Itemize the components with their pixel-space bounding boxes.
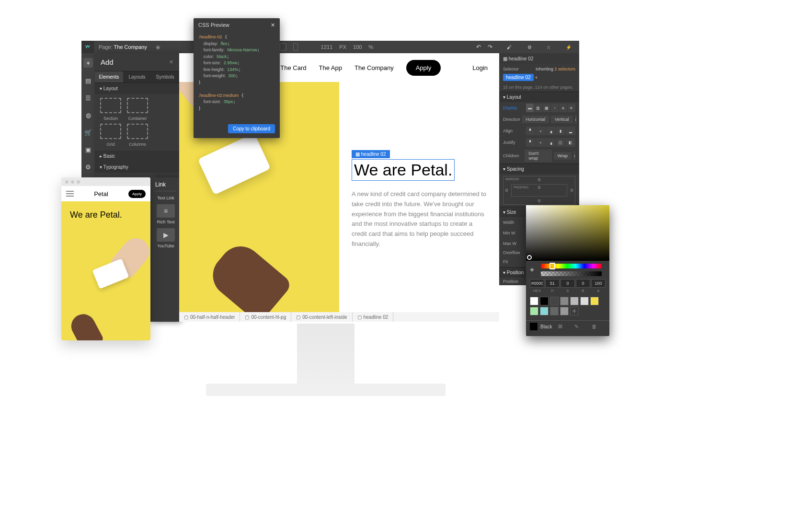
crumb[interactable]: ▢ 00-content-hl-pg	[240, 312, 291, 322]
swatch[interactable]	[540, 297, 549, 305]
close-icon[interactable]: ✕	[169, 59, 173, 65]
display-block-icon[interactable]: ▬	[526, 104, 534, 112]
display-none-icon[interactable]: ✕	[568, 104, 575, 112]
swatch[interactable]	[530, 297, 538, 305]
assets-icon[interactable]: ▣	[84, 145, 92, 154]
swatch[interactable]	[550, 297, 559, 305]
style-tab-icon[interactable]: 🖌	[507, 45, 512, 50]
login-link[interactable]: Login	[472, 64, 488, 71]
tab-symbols[interactable]: Symbols	[151, 71, 179, 82]
picker-handle-icon[interactable]	[527, 255, 532, 260]
add-swatch-icon[interactable]: +	[570, 307, 579, 315]
hamburger-icon[interactable]	[66, 191, 74, 197]
justify-end-icon[interactable]: ▗	[546, 138, 556, 147]
s-input[interactable]	[560, 279, 575, 288]
a-input[interactable]	[591, 279, 606, 288]
swatch[interactable]	[590, 297, 599, 305]
preview-icon[interactable]: ◉	[156, 44, 160, 50]
crumb[interactable]: ▢ 00-half-n-half-header	[179, 312, 240, 322]
align-start-icon[interactable]: ▘	[526, 127, 536, 135]
element-container[interactable]: Container	[126, 98, 149, 121]
justify-between-icon[interactable]: ◫	[556, 138, 565, 147]
nav-link[interactable]: The App	[319, 64, 342, 71]
element-grid[interactable]: Grid	[99, 124, 123, 147]
undo-icon[interactable]: ↶	[476, 44, 481, 50]
swatch[interactable]	[570, 297, 579, 305]
display-inline-block-icon[interactable]: ▫	[551, 104, 559, 112]
eyedropper-icon[interactable]: ⌖	[530, 266, 534, 274]
effects-tab-icon[interactable]: ⚡	[566, 45, 572, 50]
section-layout[interactable]: ▾ Layout	[499, 92, 579, 102]
swatch[interactable]	[580, 297, 589, 305]
section-layout[interactable]: ▾ Layout	[95, 83, 179, 94]
justify-start-icon[interactable]: ▘	[526, 138, 536, 147]
section-spacing[interactable]: ▾ Spacing	[499, 163, 579, 174]
webflow-logo-icon[interactable]	[81, 41, 94, 53]
redo-icon[interactable]: ↷	[488, 44, 492, 50]
children-nowrap[interactable]: Don't wrap	[525, 150, 551, 162]
viewport-tablet-icon[interactable]	[280, 43, 286, 51]
interactions-tab-icon[interactable]: ⎍	[547, 45, 550, 50]
children-reverse-icon[interactable]: ↕	[573, 151, 575, 160]
swatch[interactable]	[560, 297, 569, 305]
mobile-apply-button[interactable]: Apply	[128, 190, 146, 198]
element-text-link[interactable]: Text Link	[155, 195, 176, 200]
h-input[interactable]	[545, 279, 560, 288]
element-section[interactable]: Section	[99, 98, 123, 121]
justify-center-icon[interactable]: ▪	[536, 138, 546, 147]
display-flex-icon[interactable]: ▥	[534, 104, 542, 112]
align-stretch-icon[interactable]: ▮	[556, 127, 565, 135]
cms-icon[interactable]: ◍	[84, 111, 92, 119]
element-columns[interactable]: Columns	[126, 124, 149, 147]
tab-elements[interactable]: Elements	[95, 71, 123, 82]
nav-link[interactable]: The Card	[280, 64, 306, 71]
section-basic[interactable]: ▸ Basic	[95, 151, 179, 162]
spacing-box[interactable]: MARGIN 0 0 0 0 PADDING 0	[503, 176, 575, 205]
edit-swatch-icon[interactable]: ✎	[574, 324, 589, 330]
element-youtube[interactable]: ▶YouTube	[155, 228, 176, 248]
justify-around-icon[interactable]: ◧	[566, 138, 575, 147]
color-gradient[interactable]	[526, 205, 609, 261]
settings-tab-icon[interactable]: ⚙	[527, 45, 532, 50]
canvas-zoom[interactable]: 100	[353, 44, 362, 50]
swatch[interactable]	[560, 307, 569, 315]
settings-icon[interactable]: ⚙	[84, 163, 92, 171]
link-swatch-icon[interactable]: ⌘	[558, 324, 572, 330]
viewport-mobile-icon[interactable]	[293, 43, 298, 51]
swatch[interactable]	[540, 307, 549, 315]
selector-chip[interactable]: headline 02	[503, 74, 534, 81]
apply-button[interactable]: Apply	[406, 60, 441, 76]
element-rich-text[interactable]: ≡Rich Text	[155, 204, 176, 224]
direction-horizontal[interactable]: Horizontal	[522, 116, 549, 123]
children-wrap[interactable]: Wrap	[554, 152, 572, 160]
direction-reverse-icon[interactable]: ↕	[575, 115, 577, 124]
add-icon[interactable]: +	[83, 58, 93, 68]
crumb[interactable]: ▢ 00-content-left-inside	[291, 312, 352, 322]
delete-swatch-icon[interactable]: 🗑	[592, 324, 606, 329]
navigator-icon[interactable]: ☰	[84, 93, 92, 102]
hue-slider[interactable]	[541, 264, 602, 268]
alpha-slider[interactable]	[541, 271, 602, 276]
swatch[interactable]	[530, 307, 538, 315]
browser-chrome	[61, 177, 150, 186]
crumb[interactable]: ▢ headline 02	[353, 312, 394, 322]
display-grid-icon[interactable]: ▦	[543, 104, 550, 112]
copy-clipboard-button[interactable]: Copy to clipboard	[228, 124, 275, 133]
section-typography[interactable]: ▾ Typography	[95, 162, 179, 173]
ecommerce-icon[interactable]: 🛒	[84, 128, 92, 137]
direction-vertical[interactable]: Vertical	[551, 116, 573, 123]
align-center-icon[interactable]: ▪	[536, 127, 546, 135]
canvas-width[interactable]: 1211	[321, 44, 332, 50]
align-end-icon[interactable]: ▗	[546, 127, 556, 135]
headline-selected[interactable]: We are Petal.	[352, 159, 455, 181]
align-baseline-icon[interactable]: ▂	[566, 127, 575, 135]
tab-layouts[interactable]: Layouts	[123, 71, 151, 82]
pages-icon[interactable]: ▤	[84, 76, 92, 85]
b-input[interactable]	[576, 279, 590, 288]
close-icon[interactable]: ✕	[271, 22, 275, 28]
nav-link[interactable]: The Company	[355, 64, 394, 71]
display-inline-icon[interactable]: A	[559, 104, 567, 112]
body-paragraph[interactable]: A new kind of credit card company determ…	[352, 189, 487, 249]
hex-input[interactable]	[530, 279, 544, 288]
swatch[interactable]	[550, 307, 559, 315]
